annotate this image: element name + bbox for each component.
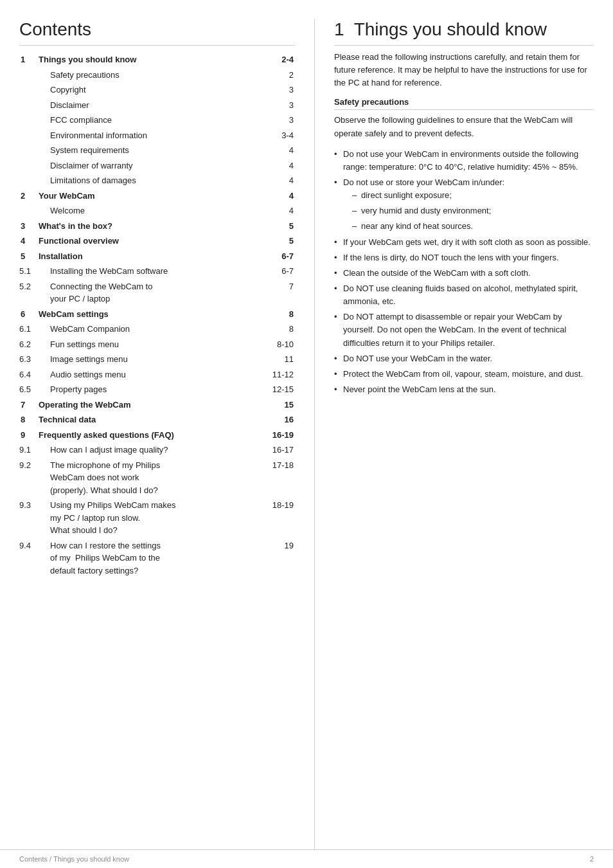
dash-list-item: near any kind of heat sources. (352, 220, 594, 233)
page: Contents 1Things you should know2-4Safet… (0, 0, 613, 868)
toc-section-page: 15 (263, 397, 295, 413)
toc-child-page: 12-15 (263, 382, 295, 397)
list-item: Do NOT use your WebCam in the water. (334, 352, 594, 365)
toc-child-page: 16-17 (263, 442, 295, 458)
chapter-title: Things you should know (354, 19, 547, 39)
toc-child-num: 6.5 (19, 382, 37, 397)
toc-child-page: 3 (263, 82, 295, 98)
toc-child-row: 6.3Image settings menu11 (19, 352, 295, 367)
list-item: Do not use your WebCam in environments o… (334, 148, 594, 174)
toc-child-row: 6.4Audio settings menu11-12 (19, 367, 295, 383)
toc-child-page: 11-12 (263, 367, 295, 383)
toc-child-num (19, 68, 37, 83)
toc-child-page: 4 (263, 203, 295, 219)
toc-child-row: Copyright3 (19, 82, 295, 98)
toc-child-num: 9.3 (19, 498, 37, 538)
toc-section-page: 5 (263, 219, 295, 234)
toc-child-page: 7 (263, 279, 295, 307)
footer: Contents / Things you should know 2 (0, 849, 613, 868)
toc-child-num: 5.1 (19, 264, 37, 279)
toc-child-num (19, 158, 37, 174)
toc-child-row: 9.2The microphone of my Philips WebCam d… (19, 458, 295, 498)
toc-child-num: 9.1 (19, 442, 37, 458)
toc-child-page: 18-19 (263, 498, 295, 538)
toc-section-num: 9 (19, 428, 37, 443)
toc-section-page: 6-7 (263, 249, 295, 264)
dash-list-item: very humid and dusty environment; (352, 204, 594, 217)
toc-section-num: 3 (19, 219, 37, 234)
toc-child-title: How can I adjust image quality? (37, 442, 263, 458)
list-item: If your WebCam gets wet, dry it with sof… (334, 236, 594, 249)
toc-section-num: 2 (19, 188, 37, 204)
toc-child-title: Safety precautions (37, 68, 263, 83)
footer-left: Contents / Things you should know (19, 855, 129, 863)
footer-right: 2 (590, 855, 594, 863)
toc-section-num: 5 (19, 249, 37, 264)
toc-section-title: Frequently asked questions (FAQ) (37, 428, 263, 443)
toc-child-num (19, 113, 37, 128)
toc-child-num: 6.2 (19, 337, 37, 352)
list-item: Do NOT use cleaning fluids based on alco… (334, 282, 594, 308)
toc-section-title: Your WebCam (37, 188, 263, 204)
toc-section-row: 8Technical data16 (19, 412, 295, 428)
right-column: 1 Things you should know Please read the… (315, 19, 594, 849)
toc-child-row: Safety precautions2 (19, 68, 295, 83)
toc-section-row: 6WebCam settings8 (19, 307, 295, 322)
toc-child-title: Using my Philips WebCam makes my PC / la… (37, 498, 263, 538)
list-item: Do not use or store your WebCam in/under… (334, 176, 594, 233)
toc-section-title: Functional overview (37, 233, 263, 249)
toc-section-row: 2Your WebCam4 (19, 188, 295, 204)
toc-section-page: 4 (263, 188, 295, 204)
toc-section-row: 4Functional overview5 (19, 233, 295, 249)
toc-child-page: 2 (263, 68, 295, 83)
toc-section-row: 3What's in the box?5 (19, 219, 295, 234)
toc-child-title: System requirements (37, 143, 263, 158)
toc-child-page: 3 (263, 98, 295, 113)
toc-child-page: 3 (263, 113, 295, 128)
chapter-heading: 1 Things you should know (334, 19, 594, 46)
toc-section-title: WebCam settings (37, 307, 263, 322)
toc-section-page: 16-19 (263, 428, 295, 443)
toc-child-title: The microphone of my Philips WebCam does… (37, 458, 263, 498)
toc-child-title: Image settings menu (37, 352, 263, 367)
toc-section-page: 5 (263, 233, 295, 249)
toc-child-row: 5.2Connecting the WebCam to your PC / la… (19, 279, 295, 307)
toc-child-title: Audio settings menu (37, 367, 263, 383)
toc-child-num: 6.4 (19, 367, 37, 383)
toc-child-title: WebCam Companion (37, 321, 263, 337)
toc-section-num: 4 (19, 233, 37, 249)
toc-child-page: 4 (263, 173, 295, 188)
toc-section-page: 16 (263, 412, 295, 428)
toc-child-row: Welcome4 (19, 203, 295, 219)
toc-section-num: 6 (19, 307, 37, 322)
toc-child-row: FCC compliance3 (19, 113, 295, 128)
toc-child-row: 9.1How can I adjust image quality?16-17 (19, 442, 295, 458)
toc-section-title: Installation (37, 249, 263, 264)
toc-child-page: 4 (263, 143, 295, 158)
list-item: Do NOT attempt to disassemble or repair … (334, 311, 594, 349)
toc-section-num: 7 (19, 397, 37, 413)
toc-table: 1Things you should know2-4Safety precaut… (19, 52, 295, 578)
toc-child-row: 9.3Using my Philips WebCam makes my PC /… (19, 498, 295, 538)
toc-child-page: 11 (263, 352, 295, 367)
toc-child-page: 3-4 (263, 128, 295, 143)
list-item: Clean the outside of the WebCam with a s… (334, 267, 594, 280)
toc-child-num (19, 203, 37, 219)
toc-child-row: 6.5Property pages12-15 (19, 382, 295, 397)
toc-child-title: Fun settings menu (37, 337, 263, 352)
contents-heading: Contents (19, 19, 295, 46)
toc-section-num: 1 (19, 52, 37, 68)
toc-section-title: What's in the box? (37, 219, 263, 234)
toc-child-title: Limitations of damages (37, 173, 263, 188)
toc-child-row: 5.1Installing the WebCam software6-7 (19, 264, 295, 279)
toc-section-num: 8 (19, 412, 37, 428)
toc-child-page: 8-10 (263, 337, 295, 352)
toc-child-page: 4 (263, 158, 295, 174)
list-item: If the lens is dirty, do NOT touch the l… (334, 251, 594, 264)
left-column: Contents 1Things you should know2-4Safet… (19, 19, 315, 849)
toc-child-title: Environmental information (37, 128, 263, 143)
list-item: Never point the WebCam lens at the sun. (334, 383, 594, 396)
section-intro: Observe the following guidelines to ensu… (334, 114, 594, 140)
sub-dash-list: direct sunlight exposure;very humid and … (352, 189, 594, 233)
toc-child-row: Environmental information3-4 (19, 128, 295, 143)
